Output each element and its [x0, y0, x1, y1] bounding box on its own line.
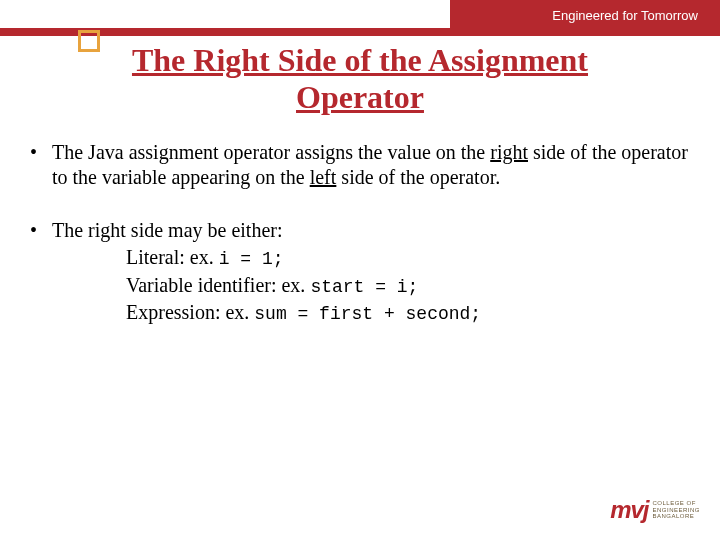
sub-1-code: i = 1; [219, 249, 284, 269]
sub-list: Literal: ex. i = 1; Variable identifier:… [126, 245, 690, 326]
bullet-1-underline-left: left [310, 166, 337, 188]
logo-line1: COLLEGE OF [652, 500, 700, 507]
sub-item-literal: Literal: ex. i = 1; [126, 245, 690, 271]
slide-title: The Right Side of the Assignment Operato… [0, 42, 720, 116]
logo-mark-text: mvj [610, 496, 648, 523]
bullet-1-pre: The Java assignment operator assigns the… [52, 141, 490, 163]
bullet-2-text: The right side may be either: Literal: e… [52, 218, 690, 328]
logo-text: COLLEGE OF ENGINEERING BANGALORE [652, 500, 700, 520]
bullet-mark: • [30, 218, 52, 328]
bullet-2: • The right side may be either: Literal:… [30, 218, 690, 328]
bullet-1-underline-right: right [490, 141, 528, 163]
bullet-2-label: The right side may be either: [52, 219, 282, 241]
logo-line3: BANGALORE [652, 513, 700, 520]
college-logo: mvj COLLEGE OF ENGINEERING BANGALORE [610, 496, 700, 524]
sub-3-code: sum = first + second; [254, 304, 481, 324]
slide-content: • The Java assignment operator assigns t… [30, 140, 690, 356]
bullet-mark: • [30, 140, 52, 190]
sub-item-expression: Expression: ex. sum = first + second; [126, 300, 690, 326]
accent-square-icon [78, 30, 100, 52]
header-tagline: Engineered for Tomorrow [552, 8, 698, 23]
sub-2-code: start = i; [310, 277, 418, 297]
sub-3-label: Expression: ex. [126, 301, 254, 323]
sub-1-label: Literal: ex. [126, 246, 219, 268]
sub-item-variable: Variable identifier: ex. start = i; [126, 273, 690, 299]
sub-2-label: Variable identifier: ex. [126, 274, 310, 296]
bullet-1-post: side of the operator. [336, 166, 500, 188]
logo-line2: ENGINEERING [652, 507, 700, 514]
bullet-1: • The Java assignment operator assigns t… [30, 140, 690, 190]
logo-mark: mvj [610, 496, 648, 524]
bullet-1-text: The Java assignment operator assigns the… [52, 140, 690, 190]
